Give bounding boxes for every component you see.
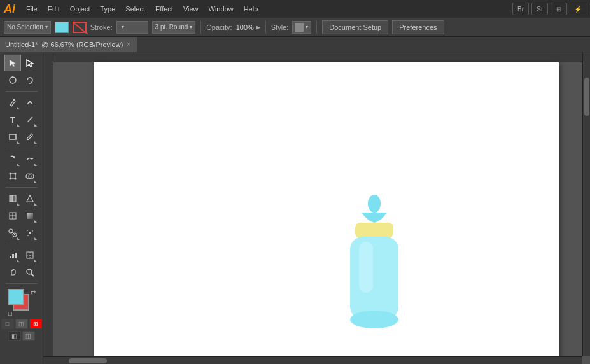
- grid-icon[interactable]: ⊞: [551, 3, 567, 15]
- gradient-tool[interactable]: [22, 207, 38, 224]
- svg-marker-20: [27, 195, 33, 202]
- inside-mode-button[interactable]: ⊠: [29, 319, 42, 329]
- opacity-control[interactable]: 100% ▶: [236, 24, 260, 31]
- menu-select[interactable]: Select: [121, 3, 150, 15]
- swap-colors-icon[interactable]: ⇄: [31, 289, 36, 296]
- svg-line-39: [31, 274, 34, 276]
- preferences-button[interactable]: Preferences: [392, 20, 444, 34]
- type-tool[interactable]: T: [4, 111, 21, 128]
- horizontal-scrollbar[interactable]: [43, 356, 582, 364]
- mesh-row: [4, 207, 38, 224]
- bottle-illustration: [323, 190, 425, 364]
- selection-tool[interactable]: [4, 55, 21, 71]
- svg-rect-18: [10, 195, 13, 202]
- lasso-tool[interactable]: [22, 72, 38, 88]
- hand-tool[interactable]: [4, 264, 21, 281]
- rectangle-tool[interactable]: [4, 129, 21, 145]
- selection-dropdown[interactable]: No Selection ▾: [4, 21, 51, 34]
- svg-rect-24: [27, 213, 33, 219]
- bottle-highlight: [359, 242, 373, 293]
- opacity-arrow[interactable]: ▶: [256, 24, 260, 31]
- perspective-tool[interactable]: [22, 190, 38, 207]
- line-tool[interactable]: [22, 111, 38, 128]
- mesh-tool[interactable]: [4, 207, 21, 224]
- slice-tool[interactable]: [22, 247, 38, 263]
- artboard-row: [4, 247, 38, 263]
- svg-point-31: [27, 235, 29, 236]
- toolbar-sep-1: [6, 91, 38, 92]
- curvature-tool[interactable]: [22, 94, 38, 111]
- draw-mode-row: ◧ ◫: [8, 331, 35, 341]
- normal-mode-button[interactable]: □: [1, 319, 14, 329]
- zoom-tool[interactable]: [22, 264, 38, 281]
- paintbrush-tool[interactable]: [22, 129, 38, 145]
- transform-row: [4, 168, 38, 185]
- menu-help[interactable]: Help: [239, 3, 263, 15]
- style-dropdown[interactable]: ▾: [292, 21, 311, 34]
- column-graph-tool[interactable]: [4, 247, 21, 263]
- symbol-tool[interactable]: [22, 225, 38, 241]
- horizontal-scroll-thumb[interactable]: [69, 358, 107, 363]
- rotate-tool[interactable]: [4, 151, 21, 167]
- toolbar-sep-2: [6, 148, 38, 148]
- menu-file[interactable]: File: [22, 3, 42, 15]
- toolbar-sep-3: [6, 187, 38, 188]
- stock-icon[interactable]: St: [531, 3, 548, 15]
- rotate-row: [4, 151, 38, 167]
- bottle-bottom-shadow: [350, 311, 398, 328]
- style-label: Style:: [271, 24, 289, 31]
- blend-tool[interactable]: [4, 225, 21, 241]
- foreground-color-swatch[interactable]: [8, 289, 24, 305]
- menu-type[interactable]: Type: [96, 3, 120, 15]
- magic-wand-tool[interactable]: [4, 72, 21, 88]
- stroke-swatch[interactable]: [73, 22, 87, 33]
- stroke-dropdown[interactable]: ▾: [116, 21, 148, 34]
- tab-bar: Untitled-1* @ 66.67% (RGB/Preview) ×: [0, 37, 590, 52]
- color-area: ⇄ ⊡: [8, 289, 36, 317]
- stroke-weight-dropdown[interactable]: 3 pt. Round ▾: [152, 21, 196, 34]
- svg-point-28: [29, 232, 31, 234]
- menu-bar: Ai File Edit Object Type Select Effect V…: [0, 0, 590, 18]
- svg-rect-19: [13, 195, 16, 202]
- menu-view[interactable]: View: [179, 3, 203, 15]
- horizontal-ruler: [43, 52, 590, 62]
- svg-point-12: [10, 173, 11, 175]
- app-logo: Ai: [4, 3, 15, 16]
- vertical-scrollbar[interactable]: [582, 52, 590, 356]
- menu-effect[interactable]: Effect: [151, 3, 178, 15]
- tab-close-button[interactable]: ×: [127, 41, 130, 48]
- menu-object[interactable]: Object: [66, 3, 95, 15]
- svg-point-7: [29, 101, 31, 103]
- live-paint-tool[interactable]: [4, 190, 21, 207]
- stroke-label: Stroke:: [90, 24, 113, 31]
- spark-icon[interactable]: ⚡: [570, 3, 586, 15]
- warp-tool[interactable]: [22, 151, 38, 167]
- type-row: T: [4, 111, 38, 128]
- direct-selection-tool[interactable]: [22, 55, 38, 71]
- outline-mode-btn[interactable]: ◫: [22, 331, 35, 341]
- reset-colors-icon[interactable]: ⊡: [8, 311, 13, 317]
- behind-mode-button[interactable]: ◫: [15, 319, 28, 329]
- svg-point-14: [15, 178, 17, 180]
- fill-swatch[interactable]: [55, 22, 69, 33]
- svg-point-3: [10, 77, 16, 83]
- vertical-scroll-thumb[interactable]: [584, 78, 589, 116]
- doc-setup-button[interactable]: Document Setup: [322, 20, 388, 34]
- pen-tool[interactable]: [4, 94, 21, 111]
- bridge-icon[interactable]: Br: [512, 3, 529, 15]
- menu-edit[interactable]: Edit: [43, 3, 64, 15]
- free-transform-tool[interactable]: [4, 168, 21, 185]
- canvas-area[interactable]: [43, 52, 590, 364]
- document-tab[interactable]: Untitled-1* @ 66.67% (RGB/Preview) ×: [0, 37, 137, 52]
- svg-line-0: [74, 23, 88, 34]
- svg-rect-33: [12, 254, 14, 258]
- svg-marker-1: [10, 60, 16, 67]
- selection-tool-row: [4, 55, 38, 71]
- opacity-label: Opacity:: [206, 24, 232, 31]
- app-icons: Br St ⊞ ⚡: [512, 3, 586, 15]
- toolbar-sep-4: [6, 244, 38, 244]
- shape-builder-tool[interactable]: [22, 168, 38, 185]
- paint-row: [4, 190, 38, 207]
- menu-window[interactable]: Window: [204, 3, 238, 15]
- fill-mode-btn[interactable]: ◧: [8, 331, 21, 341]
